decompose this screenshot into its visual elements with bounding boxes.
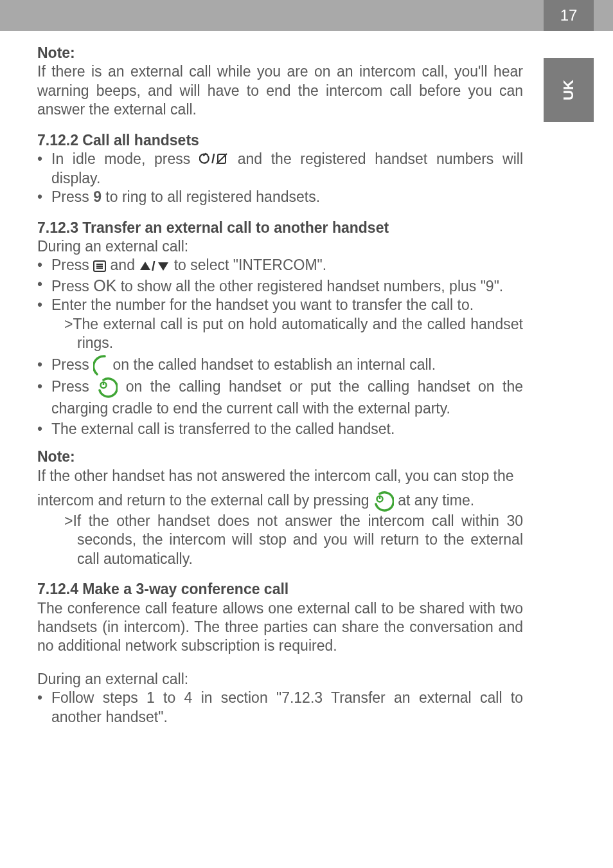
s7123-b5-b: on the calling handset or put the callin… [51, 378, 523, 417]
end-key-icon [373, 491, 394, 512]
s7122-bullet-2: Press 9 to ring to all registered handse… [37, 188, 523, 206]
s7123-b5-a: Press [51, 378, 97, 395]
section-7-12-3-head: 7.12.3 Transfer an external call to anot… [37, 219, 523, 237]
s7124-body: The conference call feature allows one e… [37, 599, 523, 656]
s7124-b1: Follow steps 1 to 4 in section "7.12.3 T… [51, 689, 523, 725]
s7123-b2-b: to show all the other registered handset… [116, 278, 503, 294]
note1-head: Note: [37, 44, 523, 62]
s7123-bullet-6: The external call is transferred to the … [37, 420, 523, 439]
s7124-during: During an external call: [37, 670, 523, 689]
end-key-icon [97, 377, 118, 398]
page-number-text: 17 [560, 6, 578, 24]
note2-sub: >If the other handset does not answer th… [37, 512, 523, 568]
section-7-12-4-head: 7.12.4 Make a 3-way conference call [37, 580, 523, 599]
s7123-bullet-2: Press OK to show all the other registere… [37, 275, 523, 296]
s7122-b2-b: to ring to all registered handsets. [102, 188, 320, 205]
s7123-b3-sub-text: The external call is put on hold automat… [73, 316, 523, 351]
ok-key: OK [93, 276, 116, 294]
note2-p2-b: at any time. [398, 492, 474, 509]
svg-marker-9 [158, 262, 168, 271]
note2-p1: If the other handset has not answered th… [37, 467, 523, 485]
note2-p2-a: intercom and return to the external call… [37, 492, 373, 509]
s7123-b3-sub: >The external call is put on hold automa… [37, 315, 523, 353]
s7122-b2-a: Press [51, 188, 93, 205]
s7123-b6: The external call is transferred to the … [51, 420, 395, 437]
s7123-b1-c: to select "INTERCOM". [174, 257, 326, 273]
page-content: Note: If there is an external call while… [0, 31, 613, 727]
s7123-bullet-1: Press and / to select "INTERCOM". [37, 256, 523, 275]
s7123-bullet-4: Press on the called handset to establish… [37, 353, 523, 377]
up-down-arrow-icon: / [139, 260, 170, 272]
side-tab-label: UK [560, 80, 577, 100]
note2-p2: intercom and return to the external call… [37, 489, 523, 512]
note2-sub-text: If the other handset does not answer the… [73, 512, 523, 567]
s7122-bullet-1: In idle mode, press / and the registered… [37, 150, 523, 188]
s7123-b1-b: and [111, 257, 139, 273]
note1-body: If there is an external call while you a… [37, 62, 523, 119]
svg-text:/: / [152, 260, 155, 272]
s7123-b2-a: Press [51, 278, 93, 294]
s7122-b1-a: In idle mode, press [51, 150, 199, 167]
s7124-bullet-1: Follow steps 1 to 4 in section "7.12.3 T… [37, 689, 523, 727]
note2-head: Note: [37, 448, 523, 466]
svg-text:/: / [211, 152, 215, 166]
key-9: 9 [93, 188, 102, 205]
talk-key-icon [93, 355, 109, 375]
s7123-b4-a: Press [51, 356, 93, 373]
menu-icon [93, 260, 106, 272]
s7123-b4-b: on the called handset to establish an in… [113, 356, 436, 373]
s7123-bullet-3: Enter the number for the handset you wan… [37, 296, 523, 314]
header-bar: 17 [0, 0, 613, 31]
s7123-bullet-5: Press on the calling handset or put the … [37, 376, 523, 419]
s7123-b1-a: Press [51, 257, 93, 273]
s7123-b3: Enter the number for the handset you wan… [51, 296, 474, 313]
svg-marker-7 [140, 262, 150, 270]
section-7-12-2-head: 7.12.2 Call all handsets [37, 131, 523, 150]
redial-mute-icon: / [199, 152, 229, 166]
s7123-intro: During an external call: [37, 237, 523, 256]
page-number: 17 [544, 0, 594, 31]
side-tab: UK [544, 58, 594, 122]
